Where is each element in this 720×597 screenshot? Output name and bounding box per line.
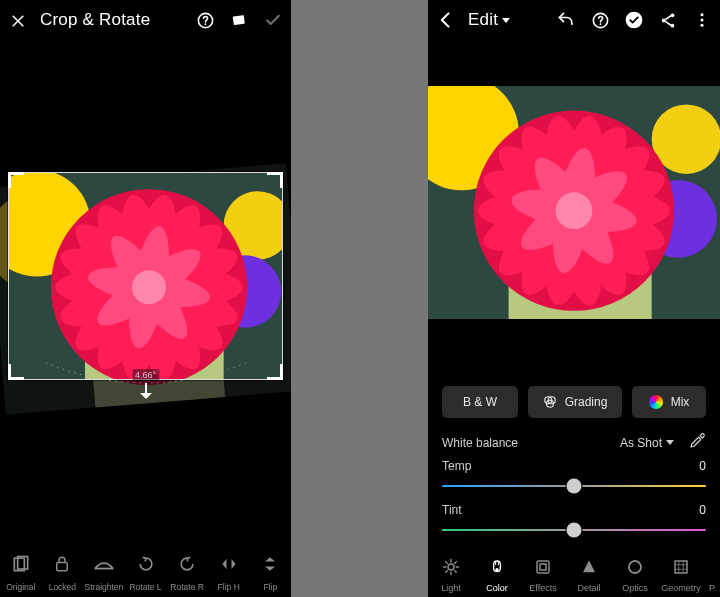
aspect-icon[interactable] [229, 10, 249, 30]
crop-rotate-screen: Crop & Rotate [0, 0, 291, 597]
confirm-icon[interactable] [263, 10, 283, 30]
svg-rect-80 [537, 561, 549, 573]
crop-topbar: Crop & Rotate [0, 0, 291, 40]
edit-preview[interactable] [428, 86, 720, 319]
svg-point-47 [599, 23, 601, 25]
color-panel: B & W Grading Mix White balance As Shot … [428, 370, 720, 543]
bw-toggle[interactable]: B & W [442, 386, 518, 418]
tool-rotate-right[interactable]: Rotate R [166, 551, 208, 593]
svg-point-51 [670, 23, 674, 27]
tint-value: 0 [699, 503, 706, 517]
svg-point-52 [701, 13, 704, 16]
help-icon[interactable] [195, 10, 215, 30]
temp-value: 0 [699, 459, 706, 473]
tool-locked[interactable]: Locked [42, 551, 84, 593]
tab-optics[interactable]: Optics [612, 555, 658, 593]
edit-topbar: Edit [428, 0, 720, 40]
white-balance-label: White balance [442, 436, 518, 450]
tool-rotate-left[interactable]: Rotate L [125, 551, 167, 593]
svg-point-1 [204, 23, 206, 25]
crop-handle-tr[interactable] [267, 172, 283, 188]
crop-title: Crop & Rotate [40, 10, 150, 30]
edit-tabs: Light Color Effects Detail Optics Geomet… [428, 543, 720, 597]
tint-label: Tint [442, 503, 462, 517]
tool-straighten[interactable]: Straighten [83, 551, 125, 593]
tool-flip-v[interactable]: Flip [249, 551, 291, 593]
svg-rect-45 [57, 563, 68, 571]
share-icon[interactable] [658, 10, 678, 30]
svg-rect-81 [540, 564, 546, 570]
crop-canvas[interactable]: 4.66° [0, 40, 291, 537]
tab-detail[interactable]: Detail [566, 555, 612, 593]
help-icon[interactable] [590, 10, 610, 30]
tab-effects[interactable]: Effects [520, 555, 566, 593]
white-balance-dropdown[interactable]: As Shot [620, 436, 674, 450]
tint-slider[interactable] [442, 519, 706, 541]
confirm-circle-icon[interactable] [624, 10, 644, 30]
crop-tools: Original Locked Straighten Rotate L Rota… [0, 537, 291, 597]
back-icon[interactable] [436, 10, 456, 30]
mix-button[interactable]: Mix [632, 386, 706, 418]
tool-original[interactable]: Original [0, 551, 42, 593]
undo-icon[interactable] [556, 10, 576, 30]
svg-rect-83 [675, 561, 687, 573]
tab-geometry[interactable]: Geometry [658, 555, 704, 593]
svg-point-78 [448, 564, 454, 570]
crop-handle-bl[interactable] [8, 364, 24, 380]
svg-point-54 [701, 24, 704, 27]
svg-point-50 [670, 13, 674, 17]
svg-point-42 [132, 270, 166, 304]
crop-handle-tl[interactable] [8, 172, 24, 188]
svg-point-53 [701, 19, 704, 22]
tab-color[interactable]: Color [474, 555, 520, 593]
crop-handle-br[interactable] [267, 364, 283, 380]
svg-point-79 [495, 568, 498, 571]
tool-flip-h[interactable]: Flip H [208, 551, 250, 593]
close-icon[interactable] [8, 10, 28, 30]
color-wheel-icon [649, 395, 663, 409]
edit-screen: Edit [428, 0, 720, 597]
tab-light[interactable]: Light [428, 555, 474, 593]
edit-title[interactable]: Edit [468, 10, 510, 30]
svg-point-74 [556, 192, 593, 229]
photo-cropped [9, 173, 282, 379]
grading-button[interactable]: Grading [528, 386, 622, 418]
more-icon[interactable] [692, 10, 712, 30]
temp-slider[interactable] [442, 475, 706, 497]
crop-frame[interactable] [8, 172, 283, 380]
svg-rect-2 [232, 15, 244, 25]
temp-label: Temp [442, 459, 471, 473]
eyedropper-icon[interactable] [688, 432, 706, 453]
tab-more[interactable]: P [704, 555, 720, 593]
